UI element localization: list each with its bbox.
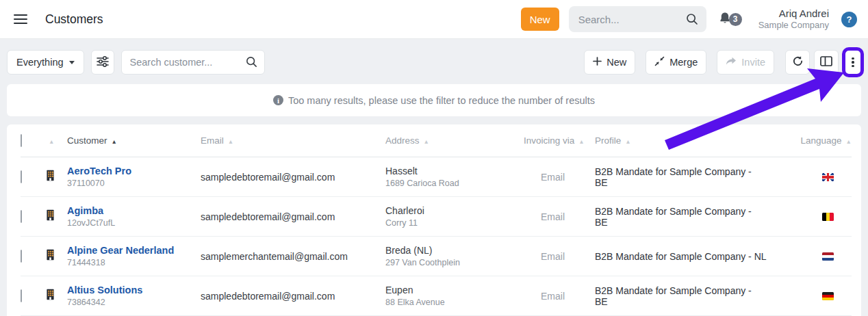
chevron-down-icon [69, 61, 75, 64]
customer-city: Breda (NL) [385, 244, 524, 257]
invite-label: Invite [741, 57, 765, 68]
merge-label: Merge [669, 57, 698, 68]
columns-icon [820, 56, 832, 68]
user-name: Ariq Andrei [758, 8, 829, 20]
customer-name-link[interactable]: Alpine Gear Nederland [67, 244, 174, 257]
column-header-customer[interactable]: Customer [67, 135, 201, 146]
customers-toolbar: Everything New Merge Invite [0, 39, 868, 84]
scope-filter-label: Everything [16, 57, 64, 68]
sort-icon [224, 135, 233, 146]
row-checkbox[interactable] [21, 250, 22, 263]
customer-street: 297 Van Coothplein [385, 257, 524, 268]
notifications-button[interactable]: 3 [719, 12, 742, 27]
search-icon [245, 55, 258, 71]
customer-city: Eupen [385, 284, 524, 297]
sort-icon [574, 135, 584, 146]
customer-city: Charleroi [385, 205, 524, 218]
menu-icon[interactable] [14, 14, 27, 24]
invite-button[interactable]: Invite [717, 50, 774, 75]
row-checkbox[interactable] [21, 289, 22, 302]
column-header-email[interactable]: Email [201, 135, 385, 146]
help-button[interactable]: ? [841, 12, 857, 27]
global-new-button[interactable]: New [521, 8, 559, 31]
search-icon [685, 12, 699, 29]
invoicing-via-value: Email [524, 291, 595, 302]
language-flag-icon [822, 292, 834, 300]
new-customer-button[interactable]: New [584, 50, 635, 75]
share-arrow-icon [726, 57, 737, 68]
refresh-icon [792, 55, 804, 69]
customer-reference: 12ovJCt7ufL [67, 218, 201, 228]
language-flag-icon [822, 213, 834, 221]
plus-icon [593, 57, 602, 68]
profile-value: B2B Mandate for Sample Company - BE [595, 166, 767, 188]
scope-filter-dropdown[interactable]: Everything [7, 50, 84, 75]
customer-street: 88 Elka Avenue [385, 297, 524, 308]
profile-value: B2B Mandate for Sample Company - BE [595, 285, 767, 307]
profile-value: B2B Mandate for Sample Company - NL [595, 251, 767, 262]
sort-icon [107, 135, 117, 146]
customer-email: sampledebtoremail@gmail.com [201, 211, 385, 222]
building-icon [44, 289, 67, 303]
table-body: AeroTech Pro 37110070 sampledebtoremail@… [21, 157, 852, 316]
customer-email: sampledebtoremail@gmail.com [201, 291, 385, 302]
notification-badge: 3 [729, 13, 742, 26]
customer-reference: 37110070 [67, 178, 201, 189]
info-icon: i [273, 95, 283, 105]
user-company: Sample Company [758, 20, 829, 31]
customer-name-link[interactable]: Altius Solutions [67, 284, 142, 297]
building-icon [44, 170, 67, 184]
sort-icon [420, 135, 429, 146]
column-header-language[interactable]: Language [767, 135, 852, 146]
sort-icon [621, 135, 630, 146]
table-header-row: Customer Email Address Invoicing via Pro… [21, 124, 852, 157]
invoicing-via-value: Email [524, 211, 595, 222]
customer-email: samplemerchantemail@gmail.com [201, 251, 385, 262]
customer-name-link[interactable]: Agimba [67, 205, 103, 218]
row-checkbox[interactable] [21, 210, 22, 223]
sliders-icon [97, 56, 109, 69]
merge-icon [654, 56, 665, 68]
table-row: Alpine Gear Nederland 71444318 samplemer… [21, 237, 852, 276]
select-all-checkbox[interactable] [21, 134, 22, 147]
customers-table: Customer Email Address Invoicing via Pro… [7, 124, 861, 316]
language-flag-icon [822, 252, 834, 261]
customer-city: Hasselt [385, 165, 524, 178]
advanced-filter-button[interactable] [91, 50, 114, 75]
customer-name-link[interactable]: AeroTech Pro [67, 165, 131, 178]
building-icon [44, 209, 67, 224]
new-customer-label: New [607, 57, 626, 68]
column-header-type[interactable] [44, 135, 67, 146]
sort-icon [842, 135, 852, 146]
invoicing-via-value: Email [524, 251, 595, 262]
column-header-invoicing-via[interactable]: Invoicing via [524, 135, 595, 146]
invoicing-via-value: Email [524, 172, 595, 183]
customer-reference: 73864342 [67, 297, 201, 308]
columns-button[interactable] [814, 50, 839, 75]
customer-street: Corry 11 [385, 218, 524, 228]
page-title: Customers [45, 12, 103, 27]
customer-search-input[interactable] [121, 50, 265, 75]
table-row: Altius Solutions 73864342 sampledebtorem… [21, 276, 852, 316]
customer-street: 1689 Carioca Road [385, 178, 524, 189]
row-checkbox[interactable] [21, 170, 22, 183]
more-options-button[interactable] [845, 50, 861, 75]
user-menu[interactable]: Ariq Andrei Sample Company [758, 8, 829, 31]
building-icon [44, 249, 67, 263]
column-header-profile[interactable]: Profile [595, 135, 767, 146]
column-header-address[interactable]: Address [385, 135, 524, 146]
app-header: Customers New 3 Ariq Andrei Sample Compa… [0, 0, 868, 39]
refresh-button[interactable] [785, 50, 810, 75]
table-row: Agimba 12ovJCt7ufL sampledebtoremail@gma… [21, 197, 852, 237]
customer-email: sampledebtoremail@gmail.com [201, 172, 385, 183]
table-row: AeroTech Pro 37110070 sampledebtoremail@… [21, 157, 852, 197]
language-flag-icon [822, 173, 834, 181]
customer-reference: 71444318 [67, 257, 201, 268]
merge-button[interactable]: Merge [646, 50, 706, 75]
sort-icon [44, 135, 54, 146]
banner-message: Too many results, please use the filter … [288, 95, 595, 106]
results-banner: i Too many results, please use the filte… [7, 84, 861, 116]
kebab-menu-icon [852, 57, 854, 68]
profile-value: B2B Mandate for Sample Company - BE [595, 206, 767, 228]
